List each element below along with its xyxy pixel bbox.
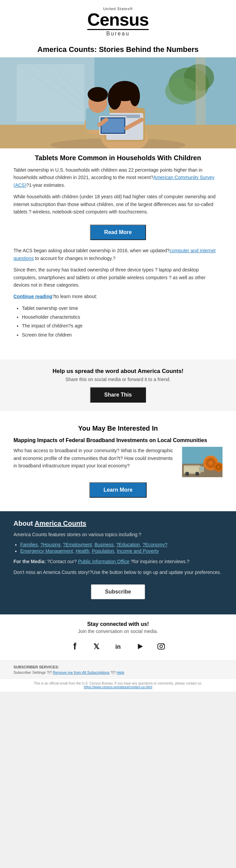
svg-point-8: [165, 78, 199, 105]
learn-more-container: Learn More: [13, 477, 223, 504]
article-para2: While households with children (under 18…: [13, 193, 223, 215]
svg-point-56: [163, 644, 164, 645]
article-para4: Since then, the survey has tracked owner…: [13, 266, 223, 289]
help-link[interactable]: Help: [117, 670, 124, 674]
related-section: You May Be Interested In Mapping Impacts…: [0, 418, 236, 511]
social-icons-row: f 𝕏 in: [13, 639, 223, 654]
read-more-container: Read More: [13, 220, 223, 247]
svg-point-33: [185, 472, 189, 476]
social-section: Stay connected with us! Join the convers…: [0, 614, 236, 661]
related-item-title: Mapping Impacts of Federal Broadband Inv…: [13, 437, 223, 443]
svg-point-23: [88, 87, 108, 102]
related-item-body: Who has access to broadband in your comm…: [13, 447, 223, 477]
social-title: Stay connected with us!: [13, 621, 223, 627]
svg-point-16: [108, 86, 121, 110]
footer-disclaimer: This is an official email from the U.S. …: [0, 678, 236, 692]
subscribe-container: Subscribe: [13, 579, 223, 606]
svg-rect-36: [200, 467, 203, 470]
logo-bottom: Bureau: [87, 31, 149, 37]
bullet-1: Tablet ownership over time: [22, 305, 223, 312]
about-topics-list: Families, ?Housing, ?Employment, Busines…: [13, 542, 223, 554]
svg-point-53: [154, 640, 168, 653]
about-topic-1: Families, ?Housing, ?Employment, Busines…: [20, 542, 223, 547]
twitter-icon[interactable]: 𝕏: [89, 639, 104, 654]
related-section-title: You May Be Interested In: [13, 425, 223, 432]
share-title: Help us spread the word about America Co…: [13, 368, 223, 375]
spool-svg: [182, 447, 223, 477]
svg-text:f: f: [73, 641, 77, 652]
bullet-2: Householder characteristics: [22, 313, 223, 321]
svg-text:in: in: [115, 643, 121, 650]
footer-links: Subscriber Settings ?|? Remove me from A…: [13, 670, 223, 674]
about-section: About America Counts America Counts feat…: [0, 511, 236, 614]
share-subtitle: Share this on social media or forward it…: [13, 377, 223, 382]
header: United States® Census Bureau: [0, 0, 236, 40]
email-wrapper: United States® Census Bureau America Cou…: [0, 0, 236, 692]
america-counts-link[interactable]: America Counts: [35, 520, 86, 527]
footer-services-label: SUBSCRIBER SERVICES:: [13, 665, 223, 669]
related-item-text: Who has access to broadband in your comm…: [13, 447, 177, 469]
related-item-image: [182, 447, 223, 477]
social-subtitle: Join the conversation on social media.: [13, 629, 223, 634]
bullet-4: Screen time for children: [22, 331, 223, 339]
read-more-button[interactable]: Read More: [90, 225, 146, 240]
remove-subscriptions-link[interactable]: Remove me from All Subscriptions: [53, 670, 110, 674]
article-section: Tablets More Common in Households With C…: [0, 148, 236, 353]
article-bullet-list: Tablet ownership over time Householder c…: [13, 305, 223, 339]
about-title: About America Counts: [13, 520, 223, 527]
share-this-button[interactable]: Share This: [90, 387, 146, 403]
linkedin-icon[interactable]: in: [111, 639, 125, 654]
instagram-icon[interactable]: [154, 639, 169, 654]
logo-main: Census: [87, 11, 149, 28]
bullet-3: The impact of children?s age: [22, 322, 223, 329]
hero-image: [0, 57, 236, 148]
article-para3: The ACS began asking about tablet owners…: [13, 247, 223, 262]
svg-rect-2: [17, 64, 84, 121]
continue-reading-para: Continue reading?to learn more about:: [13, 293, 223, 300]
about-subscribe-text: Don't miss an America Counts story!?Use …: [13, 569, 223, 576]
share-section: Help us spread the word about America Co…: [0, 359, 236, 411]
contact-us-link[interactable]: https://www.census.gov/about/contact-us.…: [84, 685, 152, 689]
article-subtitle: Tablets More Common in Households With C…: [13, 153, 223, 162]
svg-point-34: [195, 472, 199, 476]
hero-image-scene: [0, 57, 236, 148]
svg-text:𝕏: 𝕏: [93, 642, 99, 651]
spool-scene: [182, 447, 223, 477]
article-para1: Tablet ownership in U.S. households with…: [13, 166, 223, 189]
hero-svg: [0, 57, 236, 148]
learn-more-button[interactable]: Learn More: [89, 482, 147, 498]
about-intro: America Counts features stories on vario…: [13, 531, 223, 538]
about-topic-2: Emergency Management, Health, Population…: [20, 548, 223, 554]
page-title: America Counts: Stories Behind the Numbe…: [0, 40, 236, 57]
continue-reading-link[interactable]: Continue reading: [13, 294, 52, 299]
footer: SUBSCRIBER SERVICES: Subscriber Settings…: [0, 661, 236, 678]
subscribe-button[interactable]: Subscribe: [91, 584, 145, 599]
svg-point-17: [130, 86, 140, 106]
public-info-link[interactable]: Public Information Office: [78, 559, 129, 564]
svg-point-44: [217, 466, 220, 468]
census-logo: United States® Census Bureau: [87, 7, 149, 37]
youtube-icon[interactable]: [132, 639, 147, 654]
about-media-text: For the Media: ?Contact our? Public Info…: [13, 558, 223, 565]
facebook-icon[interactable]: f: [67, 639, 82, 654]
